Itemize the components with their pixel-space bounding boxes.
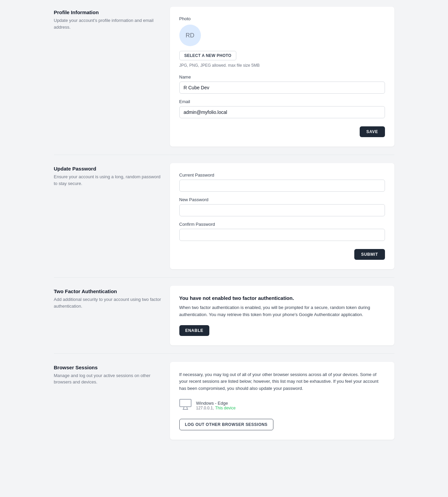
profile-section: Profile Information Update your account'…	[54, 7, 394, 147]
profile-section-desc: Update your account's profile informatio…	[54, 17, 162, 30]
svg-rect-0	[180, 399, 191, 407]
two-fa-section: Two Factor Authentication Add additional…	[54, 286, 394, 345]
select-photo-button[interactable]: SELECT A NEW PHOTO	[179, 51, 237, 60]
browser-section-label: Browser Sessions Manage and log out your…	[54, 362, 162, 440]
two-fa-heading: You have not enabled two factor authenti…	[179, 295, 385, 301]
confirm-password-input[interactable]	[179, 229, 385, 241]
two-fa-body: When two factor authentication is enable…	[179, 304, 385, 318]
profile-section-label: Profile Information Update your account'…	[54, 7, 162, 147]
browser-section-title: Browser Sessions	[54, 365, 162, 370]
session-this-device: This device	[215, 406, 236, 410]
session-device: Windows - Edge	[196, 401, 236, 406]
current-password-label: Current Password	[179, 173, 385, 178]
browser-card: If necessary, you may log out of all of …	[170, 362, 394, 440]
divider-1	[54, 155, 394, 155]
current-password-input[interactable]	[179, 180, 385, 192]
save-button[interactable]: SAVE	[360, 126, 385, 137]
two-fa-card: You have not enabled two factor authenti…	[170, 286, 394, 345]
avatar: RD	[179, 25, 201, 46]
two-fa-section-desc: Add additional security to your account …	[54, 296, 162, 309]
two-fa-section-label: Two Factor Authentication Add additional…	[54, 286, 162, 345]
name-input[interactable]	[179, 82, 385, 94]
session-ip: 127.0.0.1, This device	[196, 406, 236, 410]
profile-card: Photo RD SELECT A NEW PHOTO JPG, PNG, JP…	[170, 7, 394, 147]
submit-button[interactable]: SUBMIT	[354, 249, 385, 260]
email-label: Email	[179, 99, 385, 104]
password-card: Current Password New Password Confirm Pa…	[170, 163, 394, 269]
session-item: Windows - Edge 127.0.0.1, This device	[179, 399, 385, 412]
email-input[interactable]	[179, 106, 385, 118]
enable-2fa-button[interactable]: ENABLE	[179, 325, 210, 336]
svg-line-2	[187, 407, 187, 409]
svg-line-1	[183, 407, 184, 409]
new-password-label: New Password	[179, 197, 385, 202]
password-section: Update Password Ensure your account is u…	[54, 163, 394, 269]
profile-section-title: Profile Information	[54, 9, 162, 15]
name-label: Name	[179, 74, 385, 80]
password-section-desc: Ensure your account is using a long, ran…	[54, 174, 162, 187]
browser-section-desc: Manage and log out your active sessions …	[54, 372, 162, 385]
logout-sessions-button[interactable]: LOG OUT OTHER BROWSER SESSIONS	[179, 419, 273, 430]
photo-hint: JPG, PNG, JPEG allowed. max file size 5M…	[179, 63, 385, 68]
password-card-footer: SUBMIT	[179, 249, 385, 260]
browser-section: Browser Sessions Manage and log out your…	[54, 362, 394, 440]
new-password-input[interactable]	[179, 204, 385, 216]
confirm-password-label: Confirm Password	[179, 222, 385, 227]
password-section-label: Update Password Ensure your account is u…	[54, 163, 162, 269]
two-fa-section-title: Two Factor Authentication	[54, 288, 162, 294]
password-section-title: Update Password	[54, 166, 162, 172]
browser-body: If necessary, you may log out of all of …	[179, 371, 385, 392]
monitor-icon	[179, 399, 191, 412]
divider-3	[54, 353, 394, 354]
profile-card-footer: SAVE	[179, 126, 385, 137]
session-info: Windows - Edge 127.0.0.1, This device	[196, 401, 236, 410]
session-ip-address: 127.0.0.1,	[196, 406, 214, 410]
photo-label: Photo	[179, 16, 385, 21]
divider-2	[54, 277, 394, 278]
page-container: Profile Information Update your account'…	[47, 7, 401, 440]
